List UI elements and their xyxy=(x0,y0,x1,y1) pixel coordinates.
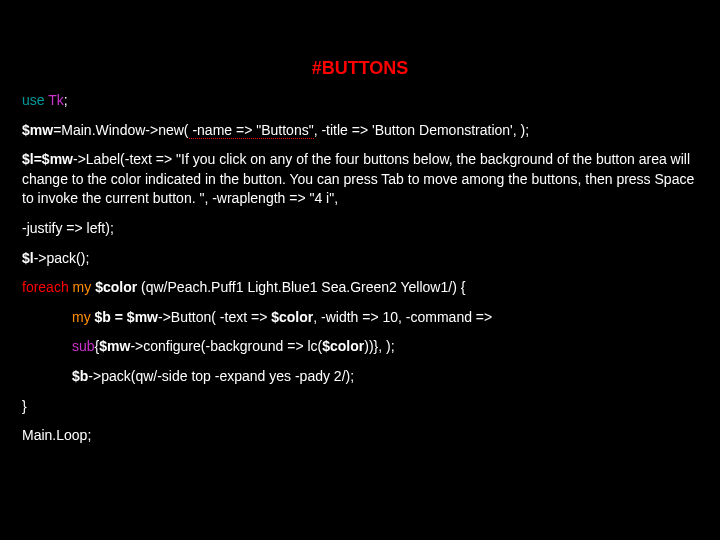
text: ))}, ); xyxy=(364,338,394,354)
keyword-my: my xyxy=(72,309,95,325)
var-mw: $mw xyxy=(99,338,130,354)
text: =Main.Window->new( xyxy=(53,122,188,138)
module-tk: Tk xyxy=(48,92,64,108)
text-underlined: -name => "Buttons" xyxy=(189,122,314,139)
keyword-foreach: foreach xyxy=(22,279,69,295)
var-l-mw: $l=$mw xyxy=(22,151,73,167)
code-line-2: $mw=Main.Window->new( -name => "Buttons"… xyxy=(22,121,702,141)
code-line-8: sub{$mw->configure(-background => lc($co… xyxy=(22,337,702,357)
keyword-use: use xyxy=(22,92,48,108)
code-line-6: foreach my $color (qw/Peach.Puff1 Light.… xyxy=(22,278,702,298)
code-line-4: -justify => left); xyxy=(22,219,702,239)
text: , -title => 'Button Demonstration', ); xyxy=(314,122,529,138)
text: , -width => 10, -command => xyxy=(313,309,492,325)
var-b-mw: $b = $mw xyxy=(95,309,158,325)
text: ->pack(qw/-side top -expand yes -pady 2/… xyxy=(88,368,354,384)
var-b: $b xyxy=(72,368,88,384)
code-line-11: Main.Loop; xyxy=(22,426,702,446)
var-color: $color xyxy=(95,279,137,295)
code-line-1: use Tk; xyxy=(22,91,702,111)
var-l: $l xyxy=(22,250,34,266)
code-slide: #BUTTONS use Tk; $mw=Main.Window->new( -… xyxy=(0,0,720,540)
keyword-sub: sub xyxy=(72,338,95,354)
keyword-my: my xyxy=(69,279,95,295)
text: ->Label(-text => "If you click on any of… xyxy=(22,151,694,206)
text: ->Button( -text => xyxy=(158,309,271,325)
var-color: $color xyxy=(322,338,364,354)
code-line-9: $b->pack(qw/-side top -expand yes -pady … xyxy=(22,367,702,387)
code-line-10: } xyxy=(22,397,702,417)
code-line-5: $l->pack(); xyxy=(22,249,702,269)
text: ->configure(-background => lc( xyxy=(130,338,322,354)
semicolon: ; xyxy=(64,92,68,108)
text: ->pack(); xyxy=(34,250,90,266)
code-content: use Tk; $mw=Main.Window->new( -name => "… xyxy=(0,91,720,446)
code-line-3: $l=$mw->Label(-text => "If you click on … xyxy=(22,150,702,209)
slide-title: #BUTTONS xyxy=(0,0,720,91)
text: (qw/Peach.Puff1 Light.Blue1 Sea.Green2 Y… xyxy=(137,279,465,295)
var-mw: $mw xyxy=(22,122,53,138)
code-line-7: my $b = $mw->Button( -text => $color, -w… xyxy=(22,308,702,328)
var-color: $color xyxy=(271,309,313,325)
